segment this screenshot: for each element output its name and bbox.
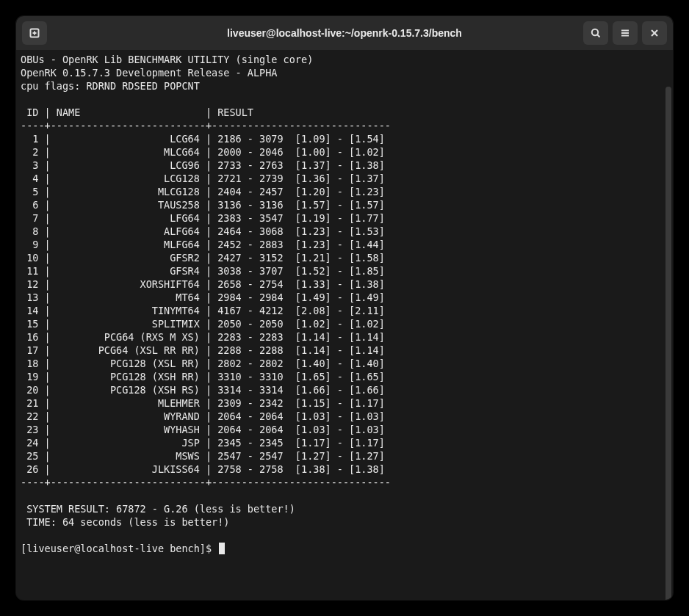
time-result: TIME: 64 seconds (less is better!) [21, 516, 229, 528]
scrollbar[interactable] [665, 87, 671, 600]
cursor [219, 543, 225, 554]
search-icon [590, 27, 602, 39]
output-line: OBUs - OpenRK Lib BENCHMARK UTILITY (sin… [21, 54, 313, 65]
close-icon [649, 27, 660, 39]
system-result: SYSTEM RESULT: 67872 - G.26 (less is bet… [21, 503, 295, 515]
table-header: ID | NAME | RESULT [21, 106, 253, 118]
output-line: cpu flags: RDRND RDSEED POPCNT [21, 80, 200, 92]
titlebar: liveuser@localhost-live:~/openrk-0.15.7.… [16, 16, 673, 50]
output-line: OpenRK 0.15.7.3 Development Release - AL… [21, 67, 278, 79]
new-tab-button[interactable] [22, 21, 47, 45]
menu-button[interactable] [613, 21, 638, 45]
svg-line-4 [597, 35, 599, 37]
table-separator: ----+--------------------------+--------… [21, 477, 391, 488]
svg-point-3 [592, 29, 598, 35]
search-button[interactable] [583, 21, 608, 45]
terminal-body[interactable]: OBUs - OpenRK Lib BENCHMARK UTILITY (sin… [16, 50, 673, 600]
shell-prompt: [liveuser@localhost-live bench]$ [21, 543, 217, 554]
terminal-output: OBUs - OpenRK Lib BENCHMARK UTILITY (sin… [21, 53, 668, 555]
terminal-window: liveuser@localhost-live:~/openrk-0.15.7.… [16, 16, 673, 600]
table-rows: 1 | LCG64 | 2186 - 3079 [1.09] - [1.54] … [21, 133, 385, 475]
table-separator: ----+--------------------------+--------… [21, 120, 391, 131]
new-tab-icon [29, 27, 40, 39]
close-button[interactable] [642, 21, 667, 45]
window-title: liveuser@localhost-live:~/openrk-0.15.7.… [16, 27, 673, 39]
hamburger-icon [619, 27, 631, 39]
